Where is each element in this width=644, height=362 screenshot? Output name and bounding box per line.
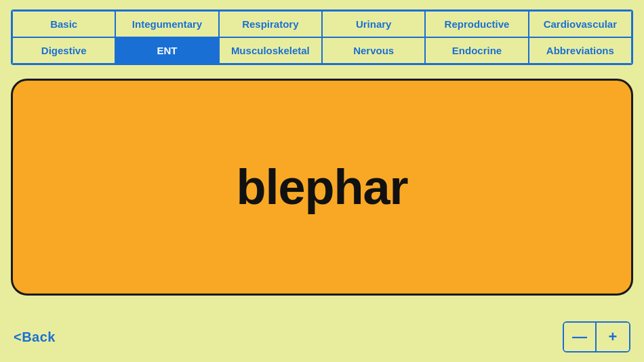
nav-reproductive[interactable]: Reproductive bbox=[425, 11, 528, 37]
nav-urinary[interactable]: Urinary bbox=[322, 11, 425, 37]
zoom-plus-button[interactable]: + bbox=[597, 323, 629, 351]
nav-basic[interactable]: Basic bbox=[12, 11, 115, 37]
nav-nervous[interactable]: Nervous bbox=[322, 37, 425, 64]
nav-digestive[interactable]: Digestive bbox=[12, 37, 115, 64]
card-word: blephar bbox=[236, 159, 407, 215]
nav-cardiovascular[interactable]: Cardiovascular bbox=[529, 11, 632, 37]
nav-ent[interactable]: ENT bbox=[115, 37, 218, 64]
nav-abbreviations[interactable]: Abbreviations bbox=[529, 37, 632, 64]
nav-musculoskeletal[interactable]: Musculoskeletal bbox=[219, 37, 322, 64]
bottom-bar: <Back — + bbox=[0, 321, 644, 353]
nav-respiratory[interactable]: Respiratory bbox=[219, 11, 322, 37]
flashcard[interactable]: blephar bbox=[11, 79, 633, 296]
back-button[interactable]: <Back bbox=[14, 329, 56, 345]
nav-integumentary[interactable]: Integumentary bbox=[115, 11, 218, 37]
zoom-minus-button[interactable]: — bbox=[564, 323, 597, 351]
zoom-controls: — + bbox=[563, 321, 630, 353]
nav-endocrine[interactable]: Endocrine bbox=[425, 37, 528, 64]
navigation-grid: Basic Integumentary Respiratory Urinary … bbox=[11, 9, 633, 65]
